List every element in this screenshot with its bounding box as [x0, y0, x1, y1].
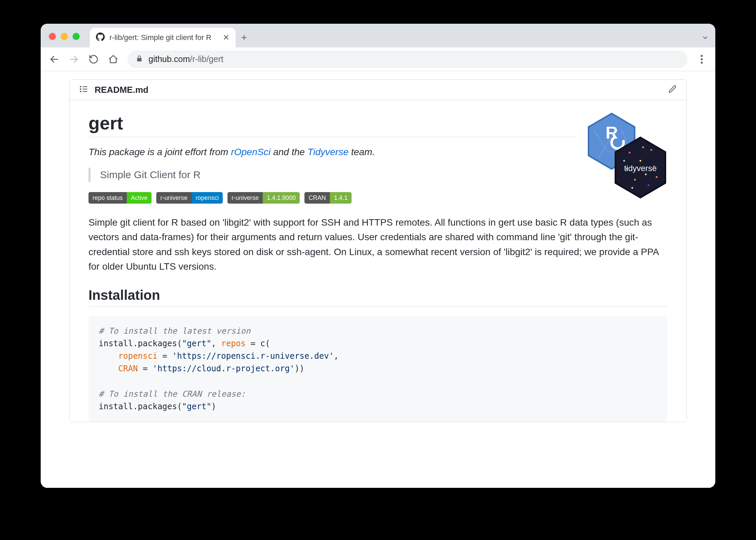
package-description: Simple git client for R based on 'libgit…	[88, 215, 668, 274]
browser-menu-icon[interactable]	[693, 55, 711, 64]
svg-point-8	[80, 86, 81, 87]
svg-point-9	[80, 89, 81, 89]
svg-point-25	[648, 184, 649, 186]
svg-point-2	[701, 55, 703, 57]
readme-filename: README.md	[95, 85, 148, 95]
tab-close-icon[interactable]: ✕	[223, 33, 230, 42]
package-title: gert	[88, 112, 576, 137]
browser-toolbar: github.com/r-lib/gert	[41, 47, 715, 71]
package-subtitle: This package is a joint effort from rOpe…	[88, 147, 576, 158]
browser-tab[interactable]: r-lib/gert: Simple git client for R ✕	[90, 28, 236, 47]
tab-title: r-lib/gert: Simple git client for R	[110, 33, 218, 42]
toc-icon[interactable]	[79, 84, 88, 95]
tab-list-dropdown-icon[interactable]	[695, 28, 715, 47]
tab-strip: r-lib/gert: Simple git client for R ✕ +	[41, 24, 715, 47]
svg-point-28	[656, 176, 657, 178]
browser-window: r-lib/gert: Simple git client for R ✕ + …	[41, 24, 715, 488]
lock-icon	[136, 55, 143, 64]
forward-button[interactable]	[65, 50, 83, 68]
readme-body: gert This package is a joint effort from…	[69, 100, 687, 422]
minimize-window-button[interactable]	[61, 33, 68, 40]
url-text: github.com/r-lib/gert	[148, 54, 223, 64]
svg-point-26	[642, 146, 644, 148]
svg-point-10	[80, 91, 81, 92]
tagline-blockquote: Simple Git Client for R	[88, 168, 576, 182]
back-button[interactable]	[45, 50, 63, 68]
badge[interactable]: r-universe1.4.1.9000	[227, 192, 300, 204]
installation-heading: Installation	[88, 288, 668, 307]
badge[interactable]: CRAN1.4.1	[304, 192, 352, 204]
svg-point-29	[631, 187, 633, 189]
tidyverse-hex-icon: tidyverse	[613, 136, 668, 199]
address-bar[interactable]: github.com/r-lib/gert	[127, 50, 688, 68]
github-favicon-icon	[96, 33, 105, 43]
readme-panel-header: README.md	[69, 80, 687, 100]
readme-panel: README.md gert This package is a joint e…	[69, 79, 687, 422]
maximize-window-button[interactable]	[73, 33, 80, 40]
svg-point-4	[701, 62, 703, 64]
reload-button[interactable]	[85, 50, 102, 68]
ropensci-link[interactable]: rOpenSci	[231, 147, 271, 157]
svg-point-21	[639, 160, 641, 162]
home-button[interactable]	[104, 50, 122, 68]
svg-point-20	[650, 149, 652, 151]
install-code-block: # To install the latest version install.…	[88, 316, 668, 422]
svg-text:tidyverse: tidyverse	[624, 164, 657, 173]
svg-point-24	[634, 179, 636, 181]
badges-row: repo statusActiver-universeropenscir-uni…	[88, 192, 576, 204]
badge[interactable]: r-universeropensci	[156, 192, 223, 204]
badge[interactable]: repo statusActive	[88, 192, 152, 204]
window-controls	[41, 33, 88, 47]
svg-point-3	[701, 58, 703, 60]
tidyverse-link[interactable]: Tidyverse	[307, 147, 349, 157]
edit-icon[interactable]	[668, 85, 677, 95]
hex-logos: R	[586, 112, 668, 201]
svg-point-19	[629, 152, 630, 153]
new-tab-button[interactable]: +	[236, 28, 253, 47]
svg-point-27	[623, 160, 625, 162]
close-window-button[interactable]	[49, 33, 56, 40]
svg-point-30	[645, 173, 646, 175]
page-content: README.md gert This package is a joint e…	[41, 71, 715, 488]
